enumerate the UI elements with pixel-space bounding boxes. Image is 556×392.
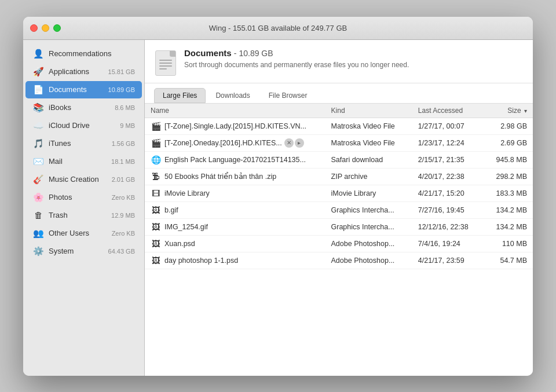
sidebar-size-icloud-drive: 9 MB <box>120 122 135 129</box>
table-row[interactable]: 🌐 English Pack Language-20170215T14135..… <box>145 151 533 168</box>
col-last-accessed[interactable]: Last Accessed <box>412 104 484 118</box>
doc-line <box>159 63 172 64</box>
table-row[interactable]: 🎬 [T-Zone].Single.Lady.[2015].HD.KITES.V… <box>145 118 533 134</box>
sidebar-item-other-users[interactable]: 👥 Other Users Zero KB <box>25 225 142 242</box>
ibooks-icon: 📚 <box>32 102 44 113</box>
sidebar-label-ibooks: iBooks <box>49 103 115 112</box>
sidebar-size-system: 64.43 GB <box>108 248 135 255</box>
file-name: [T-Zone].Single.Lady.[2015].HD.KITES.VN.… <box>164 122 306 130</box>
minimize-button[interactable] <box>42 24 49 32</box>
file-size: 2.69 GB <box>484 134 533 151</box>
file-last-accessed: 12/12/16, 22:38 <box>412 218 484 235</box>
sidebar-label-system: System <box>49 247 108 255</box>
table-row[interactable]: 🗜 50 Ebooks Phát triển bản thân .zipZIP … <box>145 168 533 185</box>
tab-downloads[interactable]: Downloads <box>207 88 258 103</box>
sidebar-item-music-creation[interactable]: 🎸 Music Creation 2.01 GB <box>25 171 142 188</box>
other-users-icon: 👥 <box>32 228 44 239</box>
action-icons: ✕ ▸ <box>284 138 304 148</box>
file-name: Xuan.psd <box>164 240 195 248</box>
file-last-accessed: 4/21/17, 23:59 <box>412 252 484 269</box>
file-icon: 🗜 <box>151 171 161 182</box>
photos-icon: 🌸 <box>32 192 44 203</box>
table-row[interactable]: 🎬 [T-Zone].Oneday.[2016].HD.KITES... ✕ ▸… <box>145 134 533 151</box>
documents-icon: 📄 <box>32 84 44 96</box>
traffic-lights <box>30 24 61 32</box>
file-size: 2.98 GB <box>484 118 533 134</box>
file-name-cell: 🖼 day photoshop 1-1.psd <box>145 252 325 269</box>
maximize-button[interactable] <box>53 24 61 32</box>
file-last-accessed: 7/27/16, 19:45 <box>412 202 484 218</box>
table-row[interactable]: 🖼 IMG_1254.gifGraphics Intercha...12/12/… <box>145 218 533 235</box>
file-icon: 🖼 <box>151 239 161 249</box>
sidebar: 👤 Recommendations 🚀 Applications 15.81 G… <box>23 40 145 376</box>
doc-icon-lines <box>156 52 175 74</box>
sidebar-size-other-users: Zero KB <box>112 230 135 237</box>
trash-icon: 🗑 <box>32 210 44 221</box>
sidebar-label-applications: Applications <box>49 67 108 76</box>
table-row[interactable]: 🎞 iMovie LibraryiMovie Library4/21/17, 1… <box>145 185 533 202</box>
applications-icon: 🚀 <box>32 66 44 78</box>
tab-file-browser[interactable]: File Browser <box>260 88 316 103</box>
file-size: 134.2 MB <box>484 218 533 235</box>
panel-title: Documents - 10.89 GB <box>184 48 524 58</box>
action-info-btn[interactable]: ▸ <box>295 138 304 148</box>
tab-large-files[interactable]: Large Files <box>154 88 206 103</box>
file-name-cell: 🎬 [T-Zone].Single.Lady.[2015].HD.KITES.V… <box>145 118 325 134</box>
sidebar-size-photos: Zero KB <box>112 194 135 201</box>
table-header: Name Kind Last Accessed Size ▾ <box>145 104 533 118</box>
col-kind[interactable]: Kind <box>325 104 412 118</box>
file-size: 134.2 MB <box>484 202 533 218</box>
itunes-icon: 🎵 <box>32 138 44 149</box>
sidebar-item-mail[interactable]: ✉️ Mail 18.1 MB <box>25 153 142 170</box>
file-last-accessed: 4/21/17, 15:20 <box>412 185 484 202</box>
file-name: English Pack Language-20170215T14135... <box>164 156 306 164</box>
sidebar-size-ibooks: 8.6 MB <box>115 104 135 111</box>
file-size: 110 MB <box>484 235 533 252</box>
file-kind: Graphics Intercha... <box>325 202 412 218</box>
file-kind: ZIP archive <box>325 168 412 185</box>
file-name-cell: 🖼 IMG_1254.gif <box>145 218 325 235</box>
sidebar-item-photos[interactable]: 🌸 Photos Zero KB <box>25 189 142 206</box>
file-kind: Adobe Photoshop... <box>325 235 412 252</box>
sidebar-label-icloud-drive: iCloud Drive <box>49 121 120 130</box>
panel-title-text: Documents <box>184 48 232 58</box>
file-icon: 🎬 <box>151 138 161 148</box>
table-row[interactable]: 🖼 b.gifGraphics Intercha...7/27/16, 19:4… <box>145 202 533 218</box>
file-name: 50 Ebooks Phát triển bản thân .zip <box>164 172 276 181</box>
mail-icon: ✉️ <box>32 156 44 167</box>
close-button[interactable] <box>30 24 38 32</box>
file-kind: Matroska Video File <box>325 118 412 134</box>
panel-info: Documents - 10.89 GB Sort through docume… <box>184 48 524 70</box>
sidebar-item-system[interactable]: ⚙️ System 64.43 GB <box>25 243 142 260</box>
sidebar-item-itunes[interactable]: 🎵 iTunes 1.56 GB <box>25 135 142 152</box>
table-row[interactable]: 🖼 Xuan.psdAdobe Photoshop...7/4/16, 19:2… <box>145 235 533 252</box>
table-row[interactable]: 🖼 day photoshop 1-1.psdAdobe Photoshop..… <box>145 252 533 269</box>
sidebar-item-recommendations[interactable]: 👤 Recommendations <box>25 45 142 63</box>
sidebar-item-documents[interactable]: 📄 Documents 10.89 GB <box>25 81 142 98</box>
file-name-cell: 🎞 iMovie Library <box>145 185 325 202</box>
doc-line <box>159 60 172 61</box>
file-name: IMG_1254.gif <box>164 223 208 231</box>
panel-header: Documents - 10.89 GB Sort through docume… <box>145 40 533 83</box>
sidebar-item-trash[interactable]: 🗑 Trash 12.9 MB <box>25 207 142 224</box>
sidebar-label-recommendations: Recommendations <box>49 49 135 58</box>
file-table[interactable]: Name Kind Last Accessed Size ▾ 🎬 [T-Zone… <box>145 104 533 376</box>
file-last-accessed: 1/27/17, 00:07 <box>412 118 484 134</box>
col-size[interactable]: Size ▾ <box>484 104 533 118</box>
col-name[interactable]: Name <box>145 104 325 118</box>
sidebar-item-applications[interactable]: 🚀 Applications 15.81 GB <box>25 63 142 80</box>
sidebar-label-trash: Trash <box>49 211 111 219</box>
file-icon: 🖼 <box>151 255 161 266</box>
file-name: day photoshop 1-1.psd <box>164 257 238 265</box>
panel-subtitle: Sort through documents and permanently e… <box>184 60 524 70</box>
action-close-btn[interactable]: ✕ <box>284 138 294 148</box>
sidebar-item-icloud-drive[interactable]: ☁️ iCloud Drive 9 MB <box>25 117 142 134</box>
file-icon: 🌐 <box>151 155 161 165</box>
file-last-accessed: 2/15/17, 21:35 <box>412 151 484 168</box>
files-table: Name Kind Last Accessed Size ▾ 🎬 [T-Zone… <box>145 104 533 269</box>
file-size: 945.8 MB <box>484 151 533 168</box>
sidebar-item-ibooks[interactable]: 📚 iBooks 8.6 MB <box>25 99 142 116</box>
file-last-accessed: 7/4/16, 19:24 <box>412 235 484 252</box>
panel-doc-icon <box>154 49 177 77</box>
sidebar-size-trash: 12.9 MB <box>111 212 135 219</box>
